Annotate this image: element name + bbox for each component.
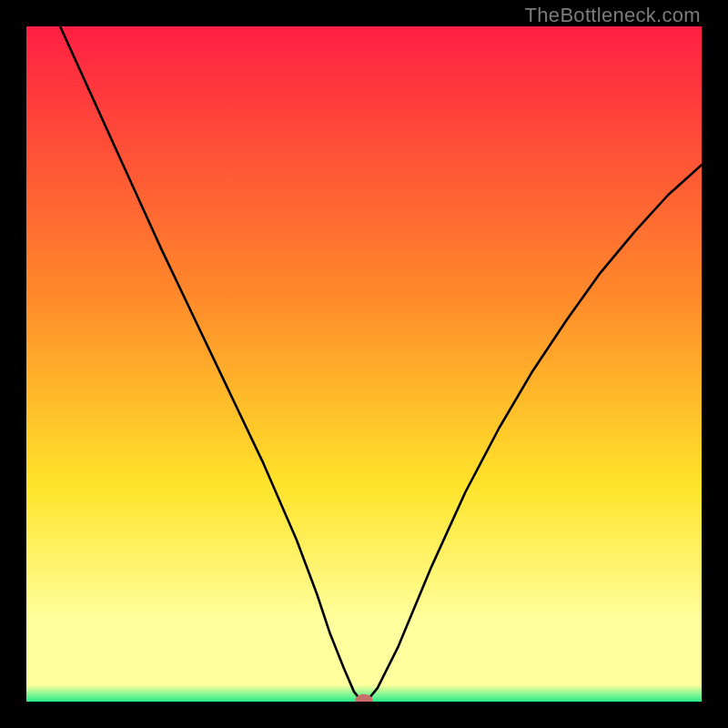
watermark-text: TheBottleneck.com [525, 4, 701, 27]
chart-frame: TheBottleneck.com [0, 0, 728, 728]
plot-area [26, 26, 702, 702]
chart-svg [26, 26, 702, 702]
gradient-background [26, 26, 702, 702]
